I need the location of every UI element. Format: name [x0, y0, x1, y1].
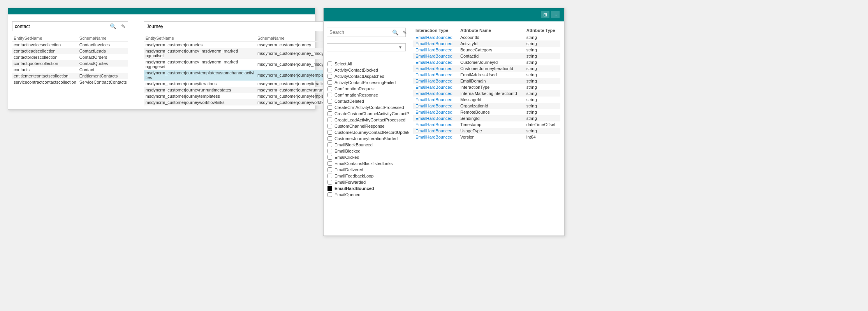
interaction-checkbox[interactable]: [327, 155, 332, 160]
table-cell: EntitlementContacts: [78, 73, 129, 79]
table-row[interactable]: contactquotescollectionContactQuotes: [12, 60, 128, 67]
attr-table-cell: string: [524, 34, 560, 41]
interaction-checkbox[interactable]: [327, 111, 332, 116]
select-dropdown[interactable]: ▼: [327, 42, 406, 54]
interaction-checkbox[interactable]: [327, 105, 332, 110]
list-item[interactable]: EmailOpened: [327, 192, 405, 198]
table-row: EmailHardBouncedInteractionTypestring: [413, 84, 560, 90]
interaction-checkbox[interactable]: [327, 130, 332, 135]
list-item[interactable]: CreateCrmActivityContactProcessed: [327, 104, 405, 111]
list-item[interactable]: ActivityContactBlocked: [327, 67, 405, 73]
interaction-checkbox[interactable]: [327, 61, 332, 66]
custom-search-input[interactable]: [144, 22, 350, 31]
list-item[interactable]: CustomerJourneyContactRecordUpdated: [327, 129, 405, 135]
grid-icon-btn[interactable]: ⊞: [541, 11, 549, 18]
interaction-checkbox[interactable]: [327, 118, 332, 122]
table-cell: ContactLeads: [78, 48, 129, 54]
cdm-model-panel: 🔍 ✎ EntitySetName SchemaName contactinvo…: [8, 8, 315, 110]
attr-table-cell: Timestamp: [458, 121, 524, 128]
attr-table-cell: EmailHardBounced: [413, 72, 458, 78]
standard-search-input[interactable]: [12, 22, 107, 31]
list-item[interactable]: ConfirmationRequest: [327, 86, 405, 92]
attributes-table: Interaction Type Attribute Name Attribut…: [413, 27, 560, 140]
interaction-checkbox[interactable]: [327, 180, 332, 184]
interaction-item-label: EmailBlockBounced: [335, 142, 373, 147]
attr-table-cell: EmailHardBounced: [413, 97, 458, 103]
interaction-edit-icon[interactable]: ✎: [401, 28, 409, 37]
interaction-checkbox[interactable]: [327, 167, 332, 172]
table-row[interactable]: contactleadscollectionContactLeads: [12, 48, 128, 54]
standard-search-icon[interactable]: 🔍: [107, 22, 119, 31]
attr-table-cell: InteractionType: [458, 84, 524, 90]
interaction-checkbox[interactable]: [327, 99, 332, 104]
table-row[interactable]: contactsContact: [12, 67, 128, 73]
attr-table-cell: CustomerJourneyIterationId: [458, 65, 524, 72]
table-cell: msdyncrm_customerjourneytemplatecustomch…: [144, 70, 255, 81]
interaction-search-icon[interactable]: 🔍: [390, 28, 401, 37]
interaction-item-label: CustomerJourneyContactRecordUpdated: [335, 130, 409, 135]
interaction-checkbox[interactable]: [327, 68, 332, 72]
table-cell: ContactInvoices: [78, 42, 129, 48]
list-item[interactable]: CustomChannelResponse: [327, 123, 405, 129]
cdm-panel-body: 🔍 ✎ EntitySetName SchemaName contactinvo…: [8, 14, 315, 109]
attr-table-cell: ContactId: [458, 53, 524, 59]
interaction-checkbox[interactable]: [327, 174, 332, 178]
list-item[interactable]: EmailContainsBlacklistedLinks: [327, 160, 405, 167]
attr-table-cell: EmailHardBounced: [413, 115, 458, 121]
interaction-checkbox[interactable]: [327, 192, 332, 197]
list-item[interactable]: EmailDelivered: [327, 167, 405, 173]
interaction-item-label: CreateLeadActivityContactProcessed: [335, 118, 405, 122]
list-item[interactable]: EmailHardBounced: [327, 185, 405, 192]
table-row[interactable]: entitlementcontactscollectionEntitlement…: [12, 73, 128, 79]
interaction-checkbox[interactable]: [327, 86, 332, 91]
interaction-checkbox[interactable]: [327, 149, 332, 153]
right-pane: Interaction Type Attribute Name Attribut…: [409, 21, 564, 235]
select-area[interactable]: ▼: [327, 43, 406, 51]
interaction-checkbox[interactable]: [327, 93, 332, 97]
interaction-checkbox[interactable]: [327, 74, 332, 79]
interaction-checkbox[interactable]: [327, 136, 332, 141]
interaction-item-label: ConfirmationResponse: [335, 93, 378, 97]
interaction-search-row[interactable]: 🔍 ✎: [327, 28, 406, 37]
list-item[interactable]: ActivityContactDispatched: [327, 73, 405, 79]
list-item[interactable]: EmailBlockBounced: [327, 142, 405, 148]
standard-col-schema: SchemaName: [78, 35, 129, 42]
table-cell: contacts: [12, 67, 78, 73]
table-cell: msdyncrm_customerjourneyiterations: [144, 81, 255, 87]
interaction-checkbox[interactable]: [327, 80, 332, 85]
interaction-item-label: ActivityContactBlocked: [335, 68, 378, 72]
list-item[interactable]: EmailClicked: [327, 154, 405, 160]
interaction-item-label: EmailHardBounced: [335, 186, 374, 191]
list-item[interactable]: CreateCustomChannelActivityContactProc..…: [327, 111, 405, 117]
interaction-checkbox[interactable]: [327, 161, 332, 166]
list-item[interactable]: ConfirmationResponse: [327, 92, 405, 98]
chevron-down-icon: ▼: [398, 45, 402, 49]
table-row: EmailHardBouncedCustomerJourneyIdstring: [413, 59, 560, 65]
attr-table-cell: EmailHardBounced: [413, 40, 458, 47]
interaction-search-input[interactable]: [327, 28, 390, 37]
standard-edit-icon[interactable]: ✎: [119, 22, 128, 31]
attr-table-cell: string: [524, 97, 560, 103]
interaction-checkbox[interactable]: [327, 124, 332, 128]
attr-table-cell: EmailHardBounced: [413, 78, 458, 84]
list-item[interactable]: ContactDeleted: [327, 98, 405, 104]
list-item[interactable]: EmailForwarded: [327, 179, 405, 185]
list-item[interactable]: CustomerJourneyIterationStarted: [327, 135, 405, 142]
table-row[interactable]: contactorderscollectionContactOrders: [12, 54, 128, 60]
list-item[interactable]: CreateLeadActivityContactProcessed: [327, 117, 405, 123]
list-item[interactable]: EmailFeedbackLoop: [327, 173, 405, 179]
more-icon-btn[interactable]: ···: [551, 11, 560, 18]
list-item[interactable]: Select All: [327, 61, 405, 67]
list-item[interactable]: ActivityContactProcessingFailed: [327, 79, 405, 86]
table-row[interactable]: servicecontractcontactscollectionService…: [12, 79, 128, 85]
attr-table-cell: string: [524, 84, 560, 90]
filled-checkbox-icon: [327, 186, 332, 191]
interaction-item-label: ActivityContactDispatched: [335, 74, 384, 79]
attr-table-cell: EmailHardBounced: [413, 121, 458, 128]
standard-search-row[interactable]: 🔍 ✎: [12, 21, 128, 31]
table-row[interactable]: contactinvoicescollectionContactInvoices: [12, 42, 128, 48]
attr-table-cell: EmailHardBounced: [413, 53, 458, 59]
attr-table-cell: ActivityId: [458, 40, 524, 47]
interaction-checkbox[interactable]: [327, 142, 332, 147]
list-item[interactable]: EmailBlocked: [327, 148, 405, 154]
